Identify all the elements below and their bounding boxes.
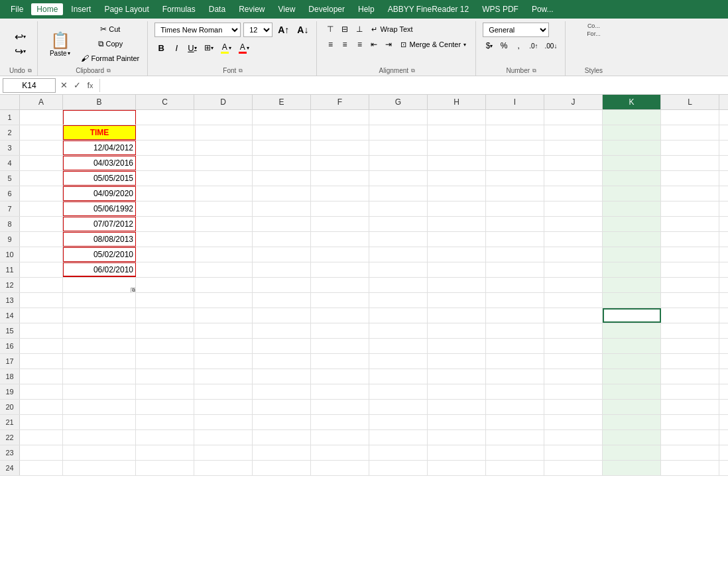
cell-a14[interactable] bbox=[20, 308, 63, 323]
insert-function-button[interactable]: fx bbox=[84, 79, 97, 92]
cell-l14[interactable] bbox=[661, 308, 719, 323]
cell-i1[interactable] bbox=[486, 110, 544, 125]
row-num-14[interactable]: 14 bbox=[0, 308, 20, 323]
cell-h14[interactable] bbox=[428, 308, 486, 323]
cell-g1[interactable] bbox=[369, 110, 428, 125]
cell-b5[interactable]: 05/05/2015 bbox=[63, 171, 136, 186]
cell-d6[interactable] bbox=[194, 186, 253, 201]
cell-c21[interactable] bbox=[136, 415, 194, 429]
cell-k1[interactable] bbox=[603, 110, 661, 125]
cell-k13[interactable] bbox=[603, 293, 661, 308]
cell-d1[interactable] bbox=[194, 110, 253, 125]
cell-j4[interactable] bbox=[544, 156, 603, 170]
align-bottom-button[interactable]: ⊥ bbox=[353, 23, 366, 36]
cell-h3[interactable] bbox=[428, 141, 486, 155]
cell-d13[interactable] bbox=[194, 293, 253, 308]
cell-i5[interactable] bbox=[486, 171, 544, 186]
cell-j11[interactable] bbox=[544, 262, 603, 277]
cell-i23[interactable] bbox=[486, 445, 544, 460]
cell-e24[interactable] bbox=[253, 461, 311, 475]
cell-f2[interactable] bbox=[311, 125, 369, 140]
menu-review[interactable]: Review bbox=[233, 3, 270, 15]
cell-a2[interactable] bbox=[20, 125, 63, 140]
cell-j13[interactable] bbox=[544, 293, 603, 308]
format-painter-button[interactable]: 🖌 Format Painter bbox=[78, 52, 142, 65]
cell-l21[interactable] bbox=[661, 415, 719, 429]
cell-e5[interactable] bbox=[253, 171, 311, 186]
cell-i4[interactable] bbox=[486, 156, 544, 170]
menu-page-layout[interactable]: Page Layout bbox=[99, 3, 154, 15]
col-header-g[interactable]: G bbox=[369, 95, 428, 109]
cell-d17[interactable] bbox=[194, 354, 253, 369]
cell-j7[interactable] bbox=[544, 201, 603, 216]
cell-a6[interactable] bbox=[20, 186, 63, 201]
menu-formulas[interactable]: Formulas bbox=[157, 3, 201, 15]
cell-f6[interactable] bbox=[311, 186, 369, 201]
cell-a17[interactable] bbox=[20, 354, 63, 369]
cell-k16[interactable] bbox=[603, 339, 661, 353]
font-name-select[interactable]: Times New Roman bbox=[154, 23, 241, 37]
cell-j24[interactable] bbox=[544, 461, 603, 475]
increase-decimal-button[interactable]: .0↑ bbox=[526, 39, 540, 52]
cell-k5[interactable] bbox=[603, 171, 661, 186]
cell-d16[interactable] bbox=[194, 339, 253, 353]
cell-ref-input[interactable] bbox=[3, 78, 56, 93]
cell-d8[interactable] bbox=[194, 217, 253, 231]
cell-d19[interactable] bbox=[194, 384, 253, 399]
menu-insert[interactable]: Insert bbox=[66, 3, 96, 15]
cell-b16[interactable] bbox=[63, 339, 136, 353]
cell-h17[interactable] bbox=[428, 354, 486, 369]
cell-c8[interactable] bbox=[136, 217, 194, 231]
cell-h19[interactable] bbox=[428, 384, 486, 399]
cell-h18[interactable] bbox=[428, 369, 486, 384]
row-num-11[interactable]: 11 bbox=[0, 262, 20, 277]
align-top-button[interactable]: ⊤ bbox=[324, 23, 337, 36]
cell-d10[interactable] bbox=[194, 247, 253, 262]
cell-k9[interactable] bbox=[603, 232, 661, 247]
row-num-20[interactable]: 20 bbox=[0, 400, 20, 414]
cell-b14[interactable] bbox=[63, 308, 136, 323]
cell-a11[interactable] bbox=[20, 262, 63, 277]
cell-b23[interactable] bbox=[63, 445, 136, 460]
cell-a13[interactable] bbox=[20, 293, 63, 308]
cell-e4[interactable] bbox=[253, 156, 311, 170]
cell-g15[interactable] bbox=[369, 323, 428, 338]
cell-a12[interactable] bbox=[20, 278, 63, 292]
cell-j10[interactable] bbox=[544, 247, 603, 262]
cell-g6[interactable] bbox=[369, 186, 428, 201]
cell-k12[interactable] bbox=[603, 278, 661, 292]
cell-h20[interactable] bbox=[428, 400, 486, 414]
cell-e7[interactable] bbox=[253, 201, 311, 216]
cell-d14[interactable] bbox=[194, 308, 253, 323]
cell-k19[interactable] bbox=[603, 384, 661, 399]
cell-c19[interactable] bbox=[136, 384, 194, 399]
cell-c16[interactable] bbox=[136, 339, 194, 353]
cell-c15[interactable] bbox=[136, 323, 194, 338]
cell-h9[interactable] bbox=[428, 232, 486, 247]
cell-d9[interactable] bbox=[194, 232, 253, 247]
menu-help[interactable]: Help bbox=[353, 3, 380, 15]
underline-button[interactable]: U ▾ bbox=[185, 41, 199, 54]
cell-j12[interactable] bbox=[544, 278, 603, 292]
cell-f10[interactable] bbox=[311, 247, 369, 262]
cell-d15[interactable] bbox=[194, 323, 253, 338]
cell-h6[interactable] bbox=[428, 186, 486, 201]
undo-expand-icon[interactable]: ⧉ bbox=[28, 68, 32, 74]
cell-h4[interactable] bbox=[428, 156, 486, 170]
italic-button[interactable]: I bbox=[170, 41, 183, 54]
cell-b15[interactable] bbox=[63, 323, 136, 338]
cell-b17[interactable] bbox=[63, 354, 136, 369]
cell-b7[interactable]: 05/06/1992 bbox=[63, 201, 136, 216]
cell-h24[interactable] bbox=[428, 461, 486, 475]
cell-f7[interactable] bbox=[311, 201, 369, 216]
cell-g21[interactable] bbox=[369, 415, 428, 429]
cell-h8[interactable] bbox=[428, 217, 486, 231]
cell-f11[interactable] bbox=[311, 262, 369, 277]
cell-i24[interactable] bbox=[486, 461, 544, 475]
align-center-button[interactable]: ≡ bbox=[338, 38, 351, 51]
col-header-a[interactable]: A bbox=[20, 95, 63, 109]
cell-k15[interactable] bbox=[603, 323, 661, 338]
row-num-19[interactable]: 19 bbox=[0, 384, 20, 399]
cell-b20[interactable] bbox=[63, 400, 136, 414]
row-num-5[interactable]: 5 bbox=[0, 171, 20, 186]
